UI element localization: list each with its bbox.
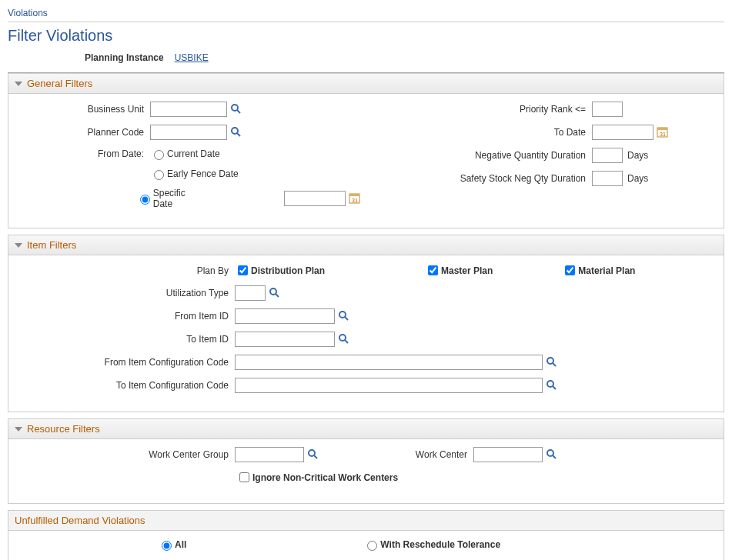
- master-plan-label: Master Plan: [441, 265, 493, 276]
- material-plan-label: Material Plan: [578, 265, 635, 276]
- work-center-input[interactable]: [473, 447, 543, 462]
- distribution-plan-checkbox[interactable]: [238, 265, 248, 275]
- plan-by-label: Plan By: [19, 265, 235, 276]
- item-filters-title: Item Filters: [27, 239, 76, 251]
- lookup-icon[interactable]: [338, 333, 350, 345]
- days-suffix: Days: [623, 173, 648, 184]
- item-filters-header[interactable]: Item Filters: [8, 235, 724, 255]
- planner-code-label: Planner Code: [19, 127, 150, 138]
- lookup-icon[interactable]: [546, 448, 558, 461]
- to-item-id-label: To Item ID: [19, 334, 235, 345]
- lookup-icon[interactable]: [307, 448, 319, 461]
- lookup-icon[interactable]: [338, 310, 350, 322]
- neg-qty-label: Negative Quantity Duration: [376, 150, 592, 161]
- material-plan-checkbox[interactable]: [565, 265, 575, 275]
- to-item-cfg-input[interactable]: [235, 378, 543, 393]
- resource-filters-header[interactable]: Resource Filters: [8, 419, 724, 439]
- page-title: Filter Violations: [8, 27, 724, 45]
- unfulfilled-title: Unfulfilled Demand Violations: [15, 515, 145, 526]
- item-filters-section: Item Filters Plan By Distribution Plan M…: [8, 235, 724, 412]
- resource-filters-title: Resource Filters: [27, 423, 100, 435]
- utilization-type-label: Utilization Type: [19, 288, 235, 298]
- planning-instance-label: Planning Instance: [85, 52, 164, 63]
- from-item-cfg-label: From Item Configuration Code: [19, 357, 235, 368]
- from-item-cfg-input[interactable]: [235, 355, 543, 370]
- unfulfilled-all-radio[interactable]: [162, 541, 172, 551]
- business-unit-input[interactable]: [150, 102, 227, 117]
- from-date-early-label: Early Fence Date: [167, 168, 239, 179]
- specific-date-input[interactable]: [284, 191, 346, 206]
- breadcrumb: Violations: [8, 8, 724, 22]
- unfulfilled-header[interactable]: Unfulfilled Demand Violations: [8, 511, 724, 531]
- lookup-icon[interactable]: [546, 379, 558, 392]
- unfulfilled-all-label: All: [175, 539, 186, 550]
- safety-stock-input[interactable]: [592, 171, 623, 186]
- work-center-group-input[interactable]: [235, 447, 304, 462]
- ignore-non-critical-label: Ignore Non-Critical Work Centers: [252, 472, 398, 483]
- priority-rank-label: Priority Rank <=: [376, 104, 592, 115]
- from-date-specific-label: Specific Date: [153, 188, 199, 209]
- collapse-icon: [15, 82, 22, 86]
- calendar-icon[interactable]: [657, 126, 669, 138]
- planning-instance-link[interactable]: USBIKE: [175, 52, 209, 63]
- calendar-icon[interactable]: [349, 192, 361, 205]
- lookup-icon[interactable]: [546, 356, 558, 368]
- neg-qty-input[interactable]: [592, 148, 623, 163]
- lookup-icon[interactable]: [230, 103, 242, 115]
- to-item-cfg-label: To Item Configuration Code: [19, 380, 235, 391]
- lookup-icon[interactable]: [230, 126, 242, 138]
- days-suffix: Days: [623, 150, 648, 161]
- ignore-non-critical-checkbox[interactable]: [239, 472, 249, 482]
- work-center-group-label: Work Center Group: [19, 449, 235, 460]
- utilization-type-input[interactable]: [235, 285, 266, 301]
- business-unit-label: Business Unit: [19, 104, 150, 115]
- from-item-id-label: From Item ID: [19, 311, 235, 322]
- collapse-icon: [15, 243, 22, 248]
- general-filters-title: General Filters: [27, 78, 92, 89]
- to-date-label: To Date: [376, 127, 592, 138]
- priority-rank-input[interactable]: [592, 102, 623, 117]
- unfulfilled-section: Unfulfilled Demand Violations All With R…: [8, 510, 724, 560]
- unfulfilled-tolerance-radio[interactable]: [367, 541, 377, 551]
- general-filters-header[interactable]: General Filters: [8, 74, 724, 94]
- from-date-early-radio[interactable]: [154, 170, 164, 180]
- from-date-label: From Date:: [19, 148, 150, 159]
- from-date-current-label: Current Date: [167, 148, 220, 159]
- general-filters-section: General Filters Business Unit Planner Co…: [8, 73, 724, 228]
- safety-stock-label: Safety Stock Neg Qty Duration: [376, 173, 592, 184]
- to-item-id-input[interactable]: [235, 332, 335, 347]
- planner-code-input[interactable]: [150, 125, 227, 140]
- resource-filters-section: Resource Filters Work Center Group Work …: [8, 418, 724, 504]
- collapse-icon: [15, 427, 22, 432]
- to-date-input[interactable]: [592, 125, 653, 140]
- master-plan-checkbox[interactable]: [428, 265, 438, 275]
- unfulfilled-tolerance-label: With Reschedule Tolerance: [380, 539, 500, 550]
- from-item-id-input[interactable]: [235, 308, 335, 324]
- from-date-specific-radio[interactable]: [140, 195, 150, 205]
- from-date-current-radio[interactable]: [154, 150, 164, 160]
- lookup-icon[interactable]: [269, 287, 281, 299]
- work-center-label: Work Center: [319, 449, 473, 460]
- distribution-plan-label: Distribution Plan: [251, 265, 325, 276]
